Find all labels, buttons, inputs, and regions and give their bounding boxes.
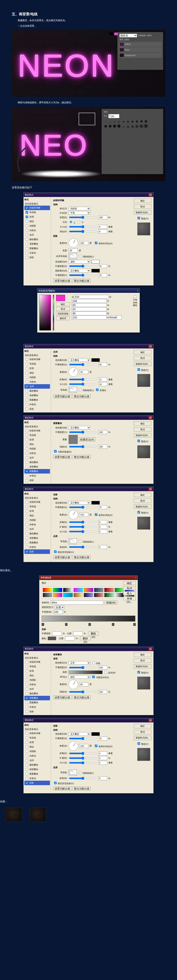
- bevel-soften[interactable]: [69, 230, 97, 233]
- sidebar-item-satin[interactable]: 光泽: [24, 758, 50, 763]
- bevel-depth[interactable]: [69, 216, 97, 219]
- preview-check[interactable]: 预览(V): [134, 742, 151, 746]
- go-style[interactable]: 线性: [69, 675, 90, 679]
- sidebar-item-bevel[interactable]: 斜面和浮雕: [24, 357, 50, 362]
- satin-op[interactable]: [69, 363, 97, 366]
- new-style-button[interactable]: 新建样式(W)...: [134, 362, 151, 366]
- sidebar-item-color_overlay[interactable]: 颜色叠加: [24, 460, 50, 465]
- pat-op[interactable]: [69, 431, 97, 434]
- close-icon[interactable]: ×: [149, 719, 152, 722]
- set-default[interactable]: 设置为默认值: [53, 279, 71, 283]
- hi-op[interactable]: [69, 265, 97, 268]
- close-icon[interactable]: ×: [149, 193, 152, 196]
- bevel-angle[interactable]: [79, 241, 88, 245]
- reset-default[interactable]: 复位为默认值: [72, 786, 91, 791]
- ok-button[interactable]: 确定: [134, 724, 151, 728]
- pat-scale[interactable]: [69, 445, 97, 448]
- sidebar-item-bevel[interactable]: 斜面和浮雕: [24, 731, 50, 736]
- sidebar-item-contour_sub[interactable]: 等高线: [24, 433, 50, 438]
- picker-hex[interactable]: [108, 315, 122, 320]
- sidebar-item-pattern_overlay[interactable]: 图案叠加: [24, 700, 50, 705]
- sidebar-item-contour_sub[interactable]: 等高线: [24, 210, 50, 215]
- cancel-button[interactable]: 取消: [134, 204, 151, 209]
- satin-mode[interactable]: 正片叠底: [69, 358, 90, 362]
- satin-angle[interactable]: [79, 370, 88, 374]
- sidebar-item-outer_glow[interactable]: 外发光: [24, 545, 50, 549]
- drop-size-v[interactable]: [98, 530, 107, 533]
- pattern-chip[interactable]: [69, 435, 78, 444]
- sidebar-item-color_overlay[interactable]: 颜色叠加: [24, 237, 50, 242]
- bevel-depth-v[interactable]: [98, 215, 107, 220]
- sidebar-item-satin[interactable]: 光泽: [24, 527, 50, 531]
- set-default[interactable]: 设置为默认值: [53, 555, 71, 559]
- preview-check[interactable]: 预览(V): [134, 368, 151, 372]
- picker-s[interactable]: [72, 303, 106, 307]
- reset-default[interactable]: 复位为默认值: [72, 395, 91, 398]
- sidebar-item-inner_glow[interactable]: 内发光: [24, 380, 50, 384]
- sidebar-item-contour_sub[interactable]: 等高线: [24, 664, 50, 669]
- sidebar-item-inner_shadow[interactable]: 内阴影: [24, 447, 50, 451]
- reset-default[interactable]: 复位为默认值: [72, 279, 91, 283]
- sidebar-item-stroke[interactable]: 描边: [24, 673, 50, 678]
- preview-check[interactable]: 预览(V): [134, 216, 151, 220]
- layer-style-dialog[interactable]: 图层样式 × 样式 混合选项:默认 斜面和浮雕 等高线: [23, 192, 154, 286]
- grad-type[interactable]: 实底: [55, 605, 64, 609]
- picker-hue-slider[interactable]: [53, 295, 54, 331]
- drop-op[interactable]: [69, 737, 97, 740]
- pat-mode[interactable]: 正片叠底: [69, 426, 90, 430]
- sh-op-v[interactable]: [98, 273, 107, 277]
- sidebar-item-pattern_overlay[interactable]: 图案叠加: [24, 469, 50, 474]
- drop-spread[interactable]: [69, 525, 97, 528]
- sidebar-item-outer_glow[interactable]: 外发光: [24, 705, 50, 710]
- grad-name-input[interactable]: [51, 601, 103, 605]
- layer-style-dialog[interactable]: 图层样式 × 样式 混合选项:默认 斜面和浮雕 等高线: [23, 344, 154, 412]
- picker-r[interactable]: [72, 299, 106, 303]
- layer-style-dialog[interactable]: 图层样式 × 样式 混合选项:默认 斜面和浮雕 等高线: [23, 487, 154, 562]
- sidebar-item-stroke[interactable]: 描边: [24, 371, 50, 375]
- sidebar-item-drop_shadow[interactable]: 投影: [24, 407, 50, 411]
- ok-button[interactable]: 确定: [134, 422, 151, 426]
- drop-size[interactable]: [69, 530, 97, 533]
- angle-dial[interactable]: [69, 238, 78, 248]
- pat-scale-v[interactable]: [98, 445, 107, 449]
- set-default[interactable]: 设置为默认值: [53, 786, 71, 791]
- close-icon[interactable]: ×: [137, 290, 138, 292]
- grad-load[interactable]: 载入(L)...: [123, 591, 136, 595]
- drop-angle[interactable]: [79, 513, 88, 517]
- snap-origin[interactable]: 贴紧原点(A): [79, 438, 95, 441]
- picker-b[interactable]: [72, 311, 106, 315]
- brush-size-input[interactable]: [108, 114, 119, 118]
- go-scale-v[interactable]: [98, 690, 107, 694]
- grad-stops[interactable]: [42, 623, 135, 626]
- grad-save[interactable]: 存储(S)...: [123, 597, 136, 600]
- drop-color[interactable]: [92, 732, 100, 736]
- sidebar-item-inner_shadow[interactable]: 内阴影: [24, 375, 50, 380]
- angle-dial[interactable]: [69, 680, 78, 689]
- set-default[interactable]: 设置为默认值: [53, 695, 71, 699]
- layer-row[interactable]: Background: [119, 53, 162, 58]
- hi-mode[interactable]: 滤色: [69, 260, 90, 263]
- go-angle[interactable]: [79, 682, 88, 686]
- new-style-button[interactable]: 新建样式(W)...: [134, 736, 151, 740]
- layer-row[interactable]: Neon: [119, 47, 162, 52]
- sidebar-item-inner_shadow[interactable]: 内阴影: [24, 224, 50, 228]
- drop-angle[interactable]: [79, 744, 88, 748]
- layer-style-dialog[interactable]: 图层样式 × 样式 混合选项:默认 斜面和浮雕 等高线: [23, 718, 154, 794]
- sidebar-item-contour_sub[interactable]: 等高线: [24, 504, 50, 509]
- sidebar-item-satin[interactable]: 光泽: [24, 687, 50, 691]
- sidebar-item-blend_default[interactable]: 混合选项:默认: [24, 425, 50, 428]
- sidebar-item-blend_default[interactable]: 混合选项:默认: [24, 353, 50, 357]
- layers-panel[interactable]: 线性光 不透明度 100% 填充 100% 背景光 Neon Backgroun…: [117, 32, 163, 70]
- sidebar-item-inner_glow[interactable]: 内发光: [24, 228, 50, 233]
- picker-h[interactable]: [74, 295, 109, 299]
- ok-button[interactable]: 确定: [134, 493, 151, 497]
- bevel-soften-v[interactable]: [98, 229, 107, 234]
- set-default[interactable]: 设置为默认值: [53, 395, 71, 398]
- color-picker-dialog[interactable]: 拾色器(纹理颜色) × 确定 取消 添加到色板 颜色库 H:: [37, 288, 140, 332]
- sidebar-item-gradient_overlay[interactable]: 渐变叠加: [24, 696, 50, 700]
- sidebar-item-outer_glow[interactable]: 外发光: [24, 776, 50, 781]
- sidebar-item-gradient_overlay[interactable]: 渐变叠加: [24, 242, 50, 246]
- grad-stop-color[interactable]: [48, 636, 56, 640]
- set-default[interactable]: 设置为默认值: [53, 455, 71, 459]
- sidebar-item-blend_default[interactable]: 混合选项:默认: [24, 656, 50, 660]
